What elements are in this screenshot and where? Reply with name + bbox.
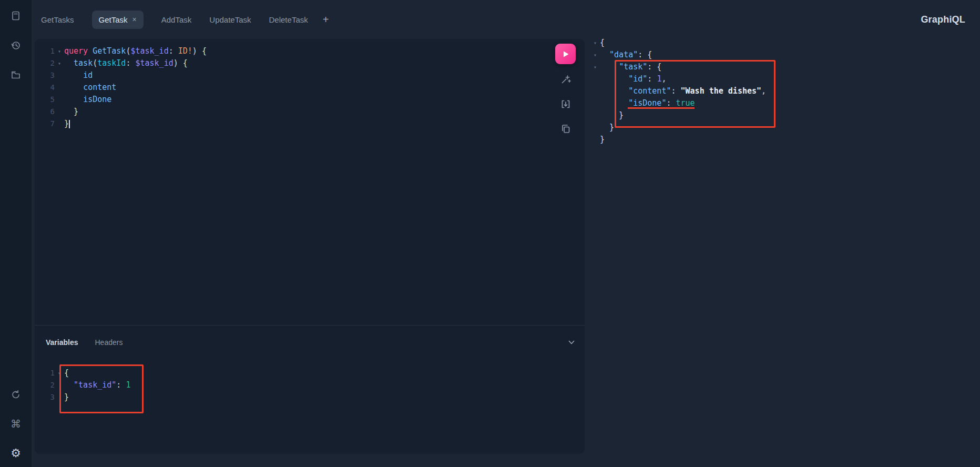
graphiql-logo: GraphiQL bbox=[921, 14, 965, 25]
fold-arrow-icon[interactable]: ▾ bbox=[55, 57, 64, 69]
code-text: { bbox=[64, 367, 69, 379]
fold-arrow-icon[interactable]: ▾ bbox=[55, 367, 64, 379]
collections-icon[interactable] bbox=[9, 68, 22, 81]
tab-gettasks[interactable]: GetTasks bbox=[41, 15, 74, 24]
add-tab-button[interactable]: + bbox=[323, 14, 329, 25]
line-number: 1 bbox=[35, 45, 55, 57]
history-icon[interactable] bbox=[9, 39, 22, 52]
variables-editor-line: 3} bbox=[35, 391, 130, 403]
response-line: } bbox=[590, 121, 766, 134]
variables-editor-line: 2 "task_id": 1 bbox=[35, 379, 130, 391]
line-number: 4 bbox=[35, 82, 55, 94]
tab-bar: GetTasksGetTask×AddTaskUpdateTaskDeleteT… bbox=[32, 0, 980, 39]
response-line: } bbox=[590, 134, 766, 146]
fold-arrow-icon bbox=[55, 118, 64, 130]
response-line: ▾ "task": { bbox=[590, 61, 766, 73]
code-text: { bbox=[600, 37, 605, 49]
tab-label: UpdateTask bbox=[209, 15, 251, 24]
execute-query-button[interactable] bbox=[555, 44, 576, 64]
tab-deletetask[interactable]: DeleteTask bbox=[269, 15, 308, 24]
merge-fragments-icon[interactable] bbox=[560, 98, 571, 110]
line-number: 2 bbox=[35, 57, 55, 69]
gear-glyph: ⚙ bbox=[11, 448, 21, 459]
fold-arrow-icon bbox=[55, 94, 64, 106]
variables-editor[interactable]: 1▾{2 "task_id": 13} bbox=[35, 367, 130, 403]
response-line: ▾ "data": { bbox=[590, 49, 766, 61]
code-text: } bbox=[64, 391, 69, 403]
code-text: id bbox=[64, 69, 93, 82]
fold-arrow-icon bbox=[55, 379, 64, 391]
code-text: "task_id": 1 bbox=[64, 379, 130, 391]
code-text: "task": { bbox=[600, 61, 661, 73]
query-editor-line: 5 isDone bbox=[35, 94, 207, 106]
response-line: "content": "Wash the dishes", bbox=[590, 85, 766, 97]
fold-arrow-icon bbox=[590, 73, 600, 85]
code-text: "content": "Wash the dishes", bbox=[600, 85, 766, 97]
line-number: 3 bbox=[35, 69, 55, 82]
response-viewer: ▾{▾ "data": {▾ "task": { "id": 1, "conte… bbox=[590, 37, 766, 146]
response-line: "id": 1, bbox=[590, 73, 766, 85]
query-editor-line: 7} bbox=[35, 118, 207, 130]
sidebar-bottom-group: ⌘ ⚙ bbox=[9, 388, 22, 460]
text-cursor bbox=[69, 120, 70, 128]
play-icon bbox=[562, 50, 570, 58]
fold-arrow-icon bbox=[55, 82, 64, 94]
horizontal-resizer[interactable] bbox=[585, 39, 590, 454]
query-editor-line: 3 id bbox=[35, 69, 207, 82]
tab-label: DeleteTask bbox=[269, 15, 308, 24]
code-text: } bbox=[64, 106, 78, 118]
fold-arrow-icon[interactable]: ▾ bbox=[55, 45, 64, 57]
query-editor-line: 2▾ task(taskId: $task_id) { bbox=[35, 57, 207, 69]
settings-icon[interactable]: ⚙ bbox=[9, 447, 22, 460]
code-text: } bbox=[600, 109, 624, 121]
tab-headers[interactable]: Headers bbox=[95, 338, 123, 347]
line-number: 5 bbox=[35, 94, 55, 106]
close-tab-icon[interactable]: × bbox=[132, 16, 137, 23]
fold-arrow-icon[interactable]: ▾ bbox=[590, 37, 600, 49]
chevron-down-icon[interactable] bbox=[568, 339, 575, 346]
tab-updatetask[interactable]: UpdateTask bbox=[209, 15, 251, 24]
sidebar-top-group bbox=[9, 9, 22, 81]
fold-arrow-icon bbox=[55, 69, 64, 82]
query-editor-line: 1▾query GetTask($task_id: ID!) { bbox=[35, 45, 207, 57]
code-text: task(taskId: $task_id) { bbox=[64, 57, 188, 69]
fold-arrow-icon bbox=[590, 134, 600, 146]
code-text: "data": { bbox=[600, 49, 652, 61]
code-text: "id": 1, bbox=[600, 73, 666, 85]
editor-tools-divider[interactable] bbox=[35, 325, 585, 326]
fold-arrow-icon bbox=[55, 391, 64, 403]
tab-variables[interactable]: Variables bbox=[46, 338, 78, 347]
graphiql-app: ⌘ ⚙ GetTasksGetTask×AddTaskUpdateTaskDel… bbox=[0, 0, 980, 467]
code-text: } bbox=[600, 121, 614, 134]
shortcuts-icon[interactable]: ⌘ bbox=[9, 418, 22, 430]
query-editor[interactable]: 1▾query GetTask($task_id: ID!) {2▾ task(… bbox=[35, 45, 207, 130]
query-editor-line: 4 content bbox=[35, 82, 207, 94]
fold-arrow-icon bbox=[590, 97, 600, 109]
copy-query-icon[interactable] bbox=[560, 123, 571, 135]
refetch-schema-icon[interactable] bbox=[9, 388, 22, 401]
code-text: content bbox=[64, 82, 116, 94]
code-text: "isDone": true bbox=[600, 97, 695, 109]
response-line: ▾{ bbox=[590, 37, 766, 49]
line-number: 7 bbox=[35, 118, 55, 130]
docs-icon[interactable] bbox=[9, 9, 22, 22]
line-number: 2 bbox=[35, 379, 55, 391]
fold-arrow-icon[interactable]: ▾ bbox=[590, 61, 600, 73]
line-number: 1 bbox=[35, 367, 55, 379]
code-text: isDone bbox=[64, 94, 111, 106]
fold-arrow-icon bbox=[590, 85, 600, 97]
code-text: query GetTask($task_id: ID!) { bbox=[64, 45, 207, 57]
tab-label: GetTasks bbox=[41, 15, 74, 24]
tab-addtask[interactable]: AddTask bbox=[161, 15, 192, 24]
sidebar: ⌘ ⚙ bbox=[0, 0, 32, 467]
tab-gettask[interactable]: GetTask× bbox=[92, 11, 144, 29]
response-line: } bbox=[590, 109, 766, 121]
session-panel: 1▾query GetTask($task_id: ID!) {2▾ task(… bbox=[35, 39, 585, 454]
line-number: 3 bbox=[35, 391, 55, 403]
response-line: "isDone": true bbox=[590, 97, 766, 109]
code-text: } bbox=[600, 134, 605, 146]
prettify-icon[interactable] bbox=[560, 74, 571, 85]
secondary-editor-header: Variables Headers bbox=[46, 330, 575, 354]
fold-arrow-icon bbox=[590, 121, 600, 134]
fold-arrow-icon[interactable]: ▾ bbox=[590, 49, 600, 61]
